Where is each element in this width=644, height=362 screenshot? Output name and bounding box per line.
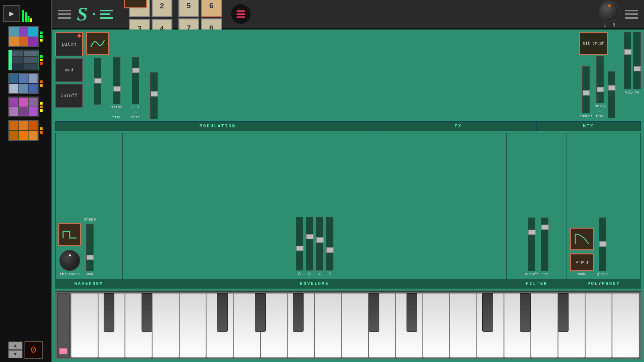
env-s-label: S (318, 272, 321, 276)
volume-knob[interactable] (598, 0, 620, 22)
hamburger-right[interactable] (625, 10, 638, 19)
arpeg-button[interactable]: arpeg (570, 253, 594, 271)
thickness-knob[interactable] (59, 250, 80, 271)
black-key[interactable] (217, 293, 228, 332)
slide-slider[interactable] (113, 57, 120, 104)
level-dot (40, 35, 43, 38)
pitch-slider[interactable] (94, 58, 101, 105)
memory-btn-6[interactable]: 6 (201, 0, 222, 17)
black-key[interactable] (482, 293, 493, 332)
filter-wave-button[interactable] (570, 228, 594, 250)
black-key[interactable] (104, 293, 114, 332)
preset-item-3[interactable] (8, 73, 43, 94)
black-key[interactable] (142, 293, 152, 332)
black-key[interactable] (520, 293, 531, 332)
thickness-label: thickness (60, 272, 79, 276)
level-dot (40, 84, 43, 87)
bit-crush-button[interactable]: bit crush (579, 32, 608, 55)
lfo-wave-container: LFO ◇ rate (124, 34, 147, 119)
filter-cutoff-slider[interactable] (528, 218, 535, 271)
transport-down-button[interactable]: ▼ (8, 350, 22, 358)
filter-section-label: FILTER (507, 279, 567, 288)
env-s-slider[interactable] (316, 217, 323, 270)
black-key[interactable] (293, 293, 304, 332)
glide-label: glide (597, 272, 608, 276)
env-r-slider[interactable] (326, 217, 333, 270)
shape-button[interactable] (58, 223, 81, 246)
white-key[interactable] (450, 293, 477, 358)
white-key[interactable] (315, 293, 341, 358)
mod-button[interactable]: mod (55, 58, 83, 82)
preset-cell (28, 121, 38, 130)
memory-btn-5[interactable]: 5 (178, 0, 199, 17)
transport-controls: ▲ ▼ 0 (8, 341, 43, 359)
white-key[interactable] (585, 293, 612, 358)
lfo-wave-slider[interactable] (132, 57, 139, 104)
preset-item-2[interactable] (8, 50, 43, 70)
delay-label: delay (595, 104, 606, 108)
shape-container: thickness (58, 223, 81, 276)
white-key[interactable] (612, 293, 639, 358)
transport-up-button[interactable]: ▲ (8, 342, 22, 350)
filter-res-container: res (541, 218, 548, 276)
delay-time-thumb (608, 85, 615, 90)
lfo-arrow-icon: ◇ (135, 110, 137, 114)
transport-value: 0 (31, 345, 37, 355)
volume-l-slider[interactable] (624, 32, 631, 89)
white-key[interactable] (152, 293, 179, 358)
white-key[interactable] (423, 293, 450, 358)
preset-item-4[interactable] (8, 97, 43, 117)
pitch-wave-button[interactable] (86, 32, 109, 55)
amount-label: amount (579, 114, 593, 118)
preset-cell (28, 37, 38, 46)
black-key[interactable] (407, 293, 417, 332)
amount-slider[interactable] (582, 66, 590, 113)
filter-content: cutoff res (507, 133, 567, 279)
level-dot (40, 102, 43, 105)
time-label: time (112, 115, 121, 119)
level-dot (40, 55, 43, 58)
polyphony-section-label: POLYPHONY (567, 279, 640, 288)
delay-slider[interactable] (596, 56, 604, 103)
preset-level-indicator-4 (40, 102, 43, 112)
waveform-mod-slider[interactable] (86, 224, 94, 271)
white-key[interactable] (531, 293, 558, 358)
preset-item-1[interactable] (8, 26, 43, 47)
level-dot (40, 127, 43, 130)
glide-thumb (599, 241, 606, 247)
shape-wave-svg (61, 228, 78, 241)
menu-circle-button[interactable] (231, 4, 251, 24)
level-dot (40, 39, 43, 42)
hamburger-left[interactable] (58, 10, 71, 19)
amount-thumb (583, 90, 590, 96)
delay-time-slider[interactable] (608, 71, 615, 118)
memory-btn-2[interactable]: 2 (152, 0, 172, 17)
knob-dot (69, 254, 71, 256)
pitch-button[interactable]: pitch (55, 32, 83, 56)
white-key[interactable] (342, 293, 369, 358)
preset-cell (19, 121, 29, 130)
cutoff-button[interactable]: cutoff (55, 84, 83, 108)
ham-line (625, 13, 638, 15)
white-key[interactable] (71, 293, 98, 358)
lfo-rate-thumb (151, 91, 158, 97)
env-a-slider[interactable] (296, 217, 303, 270)
white-key[interactable] (179, 293, 206, 358)
glide-slider[interactable] (599, 218, 606, 271)
volume-l-thumb (624, 49, 632, 55)
black-key[interactable] (558, 293, 569, 332)
preset-cell (9, 83, 19, 93)
env-d-slider[interactable] (306, 217, 313, 270)
black-key[interactable] (369, 293, 379, 332)
lfo-rate-slider[interactable] (150, 72, 158, 119)
preset-level-indicator-5 (40, 127, 43, 134)
lfo-wave-button[interactable] (124, 0, 147, 8)
pitch-bend-strip[interactable] (57, 293, 70, 358)
preset-cell (28, 107, 38, 117)
preset-cell (9, 130, 19, 140)
filter-res-slider[interactable] (541, 218, 548, 271)
volume-r-slider[interactable] (633, 32, 641, 89)
preset-item-5[interactable] (8, 120, 43, 141)
black-key[interactable] (255, 293, 266, 332)
play-button[interactable]: ▶ (3, 5, 20, 22)
